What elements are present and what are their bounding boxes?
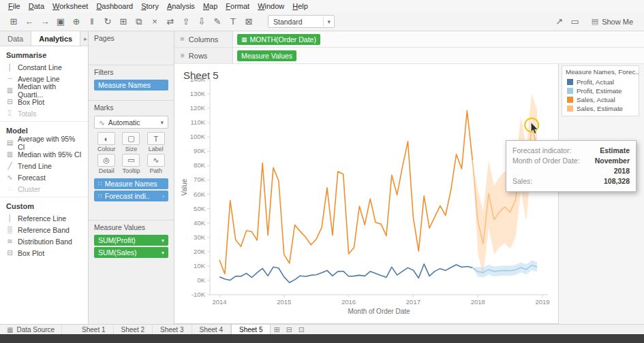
shelf-cards-column: Pages Filters Measure Names Marks ∿ Auto… — [89, 31, 174, 324]
box-plot-label: Box Plot — [18, 98, 44, 106]
legend-color-chip — [567, 88, 573, 94]
sheet-tab-sheet-5[interactable]: Sheet 5 — [231, 325, 271, 334]
menu-map[interactable]: Map — [199, 2, 221, 10]
forecast-line-chart[interactable]: -10K0K10K20K30K40K50K60K70K80K90K100K110… — [174, 64, 559, 324]
fix-axes-icon[interactable]: ⊠ — [241, 15, 256, 29]
analytics-item-distribution-band[interactable]: ≋Distribution Band — [0, 235, 88, 247]
highlight-icon[interactable]: ✎ — [210, 15, 225, 29]
sheet-tab-sheet-2[interactable]: Sheet 2 — [114, 325, 153, 334]
analytics-item-median-with-quarti[interactable]: ▥Median with Quarti... — [0, 84, 88, 96]
analytics-item-constant-line[interactable]: │Constant Line — [0, 61, 88, 73]
pause-updates-icon[interactable]: ‖ — [85, 15, 99, 29]
analytics-item-trend-line[interactable]: ╱Trend Line — [0, 160, 88, 172]
menu-story[interactable]: Story — [137, 2, 163, 10]
presentation-mode-icon[interactable]: ▭ — [568, 15, 583, 29]
pill-month-order-date[interactable]: ▦MONTH(Order Date) — [237, 34, 320, 45]
sales-actual-line[interactable] — [219, 111, 472, 274]
analytics-item-box-plot[interactable]: ⊟Box Plot — [0, 247, 88, 259]
legend-card: Measure Names, Forec... Profit, ActualPr… — [562, 65, 639, 116]
menu-analysis[interactable]: Analysis — [163, 2, 199, 10]
sort-descending-icon[interactable]: ⇩ — [194, 15, 209, 29]
clear-sheet-icon[interactable]: × — [147, 15, 162, 29]
mark-type-dropdown[interactable]: ∿ Automatic ▾ — [94, 116, 168, 129]
legend-title: Measure Names, Forec... — [562, 66, 639, 78]
swap-rows-columns-icon[interactable]: ⇄ — [163, 15, 178, 29]
tooltip-button[interactable]: ▭Tooltip — [120, 154, 142, 174]
analytics-item-cluster: ∴Cluster — [0, 183, 88, 195]
tooltip-row-value: 108,328 — [604, 176, 630, 186]
menu-format[interactable]: Format — [221, 2, 254, 10]
sheet-tab-sheet-4[interactable]: Sheet 4 — [192, 325, 231, 334]
sheet-tab-sheet-3[interactable]: Sheet 3 — [153, 325, 191, 334]
y-axis-title: Value — [181, 178, 188, 195]
pill-label: SUM(Profit) — [98, 236, 136, 244]
run-updates-icon[interactable]: ↻ — [100, 15, 115, 29]
show-mark-labels-icon[interactable]: T — [226, 15, 241, 29]
analytics-item-totals: ΣTotals — [0, 108, 88, 119]
marks-card: Marks ∿ Automatic ▾ ◐Colour▢SizeTLabel◎D… — [89, 101, 174, 220]
menu-dashboard[interactable]: Dashboard — [92, 2, 137, 10]
sheet-canvas[interactable]: Sheet 5 -10K0K10K20K30K40K50K60K70K80K90… — [174, 64, 559, 324]
detail-button[interactable]: ◎Detail — [95, 154, 117, 174]
data-source-tab[interactable]: ▦ Data Source — [0, 325, 62, 334]
pill-measure-names[interactable]: Measure Names — [94, 80, 168, 91]
legend-item-profit-actual[interactable]: Profit, Actual — [562, 78, 639, 86]
menu-worksheet[interactable]: Worksheet — [48, 2, 92, 10]
sheet-tab-sheet-1[interactable]: Sheet 1 — [74, 325, 113, 334]
save-icon[interactable]: ▣ — [53, 15, 68, 29]
tableau-logo-icon[interactable]: ⊞ — [6, 15, 21, 29]
rows-icon: ≡ — [181, 52, 185, 59]
pane-tab-analytics[interactable]: Analytics — [31, 31, 80, 46]
new-dashboard-icon[interactable]: ⊟ — [283, 325, 295, 334]
add-data-icon[interactable]: ⊕ — [69, 15, 84, 29]
legend-item-sales-actual[interactable]: Sales, Actual — [562, 95, 639, 104]
pane-tab-bar: DataAnalytics▸ — [0, 31, 88, 46]
menu-data[interactable]: Data — [25, 2, 48, 10]
label-button[interactable]: TLabel — [145, 132, 167, 152]
profit-actual-line[interactable] — [219, 264, 472, 282]
pill-measure-values[interactable]: Measure Values — [237, 50, 296, 61]
sort-ascending-icon[interactable]: ⇧ — [179, 15, 194, 29]
y-tick-label: 130K — [190, 90, 206, 97]
size-button[interactable]: ▢Size — [120, 132, 142, 152]
y-tick-label: 110K — [191, 118, 206, 126]
toolbar: ⊞←→▣⊕‖↻⊞⧉×⇄⇧⇩✎T⊠ Standard ▾ ↗▭ ▤ Show Me — [0, 12, 644, 31]
new-worksheet-icon[interactable]: ⊞ — [271, 325, 283, 334]
sheet-tabs: Sheet 1Sheet 2Sheet 3Sheet 4Sheet 5 — [74, 325, 271, 334]
share-icon[interactable]: ↗ — [552, 15, 567, 29]
analytics-section-summarise: Summarise│Constant Line┄Average Line▥Med… — [0, 46, 88, 121]
legend-item-sales-estimate[interactable]: Sales, Estimate — [562, 104, 639, 113]
menu-file[interactable]: File — [4, 2, 25, 10]
analytics-item-reference-line[interactable]: │Reference Line — [0, 212, 88, 224]
analytics-item-reference-band[interactable]: ▒Reference Band — [0, 224, 88, 235]
trend-line-label: Trend Line — [18, 162, 52, 170]
duplicate-sheet-icon[interactable]: ⧉ — [132, 15, 147, 29]
new-worksheet-icon[interactable]: ⊞ — [116, 15, 131, 29]
analytics-item-average-with-95-ci[interactable]: ▤Average with 95% CI — [0, 137, 88, 148]
pill-sum-profit[interactable]: SUM(Profit)▾ — [94, 235, 168, 246]
data-source-icon: ▦ — [7, 326, 13, 333]
new-story-icon[interactable]: ⊡ — [295, 325, 307, 334]
menu-help[interactable]: Help — [288, 2, 312, 10]
pill-sum-sales[interactable]: SUM(Sales)▾ — [94, 247, 168, 258]
undo-icon[interactable]: ← — [22, 15, 37, 29]
fit-dropdown[interactable]: Standard ▾ — [268, 15, 335, 28]
rows-shelf-body: Measure Values — [233, 48, 644, 64]
colour-button[interactable]: ◐Colour — [95, 132, 117, 152]
pill-measure-names[interactable]: ∷Measure Names — [94, 178, 168, 189]
redo-icon[interactable]: → — [37, 15, 52, 29]
pill-forecast-indi[interactable]: ∷Forecast indi..▫ — [94, 191, 168, 201]
analytics-item-forecast[interactable]: ∿Forecast — [0, 172, 88, 183]
analytics-item-median-with-95-ci[interactable]: ▥Median with 95% CI — [0, 148, 88, 160]
menu-window[interactable]: Window — [254, 2, 288, 10]
average-with-95-ci-label: Average with 95% CI — [18, 135, 82, 151]
cluster-label: Cluster — [18, 185, 40, 193]
legend-item-profit-estimate[interactable]: Profit, Estimate — [562, 86, 639, 95]
forecast-icon: ∿ — [6, 174, 14, 181]
show-me-button[interactable]: ▤ Show Me — [587, 16, 638, 27]
columns-shelf-body: ▦MONTH(Order Date) — [233, 31, 644, 48]
path-button[interactable]: ∿Path — [145, 154, 167, 174]
chevron-down-icon: ▾ — [160, 119, 164, 126]
pane-tab-data[interactable]: Data — [0, 31, 31, 46]
path-button-icon: ∿ — [147, 154, 165, 167]
